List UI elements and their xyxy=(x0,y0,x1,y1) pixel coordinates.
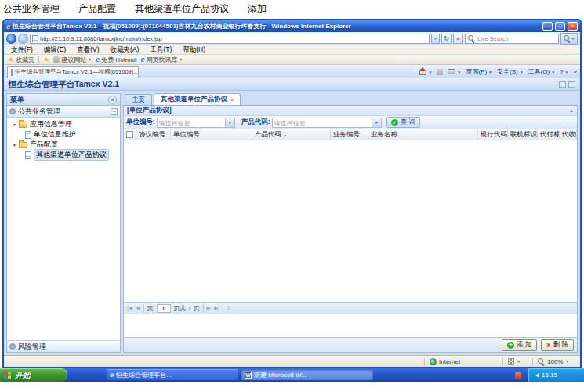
menu-file[interactable]: 文件(F) xyxy=(5,45,38,55)
column-business-name[interactable]: 业务名称 xyxy=(368,129,478,140)
sidebar: 菜单 « 公共业务管理 − ▼ 应用信息管理 单位信息维 xyxy=(6,93,121,353)
refresh-button[interactable]: ↻ xyxy=(441,34,452,44)
add-button[interactable]: + 添 加 xyxy=(502,339,537,351)
combo-dropdown-icon[interactable]: ▼ xyxy=(372,118,381,127)
menu-tools[interactable]: 工具(T) xyxy=(144,45,177,55)
stop-button[interactable]: × xyxy=(453,34,463,44)
check-icon: ✓ xyxy=(391,119,398,126)
menu-bar: 文件(F) 编辑(E) 查看(V) 收藏夹(A) 工具(T) 帮助(H) xyxy=(4,45,580,55)
zoom-control[interactable]: 100% ▼ xyxy=(532,358,578,366)
bottom-button-bar: + 添 加 × 删 除 xyxy=(124,337,577,352)
address-url[interactable]: http://21.10.9.11:8080/tamcxjlnc/main/in… xyxy=(40,35,427,42)
divider xyxy=(143,304,144,312)
print-button[interactable]: ▼ xyxy=(448,69,461,74)
maximize-button[interactable]: □ xyxy=(555,22,565,31)
search-go-button[interactable]: ▼ xyxy=(560,33,578,45)
tab-home[interactable]: 主页 xyxy=(125,94,152,105)
search-input[interactable]: Live Search xyxy=(465,34,559,44)
grid-icon[interactable] xyxy=(568,81,575,88)
content-tab-strip: 主页 其他渠道单位产品协议 × xyxy=(123,93,578,106)
taskbar-task-word[interactable]: W 新建 Microsoft W... xyxy=(241,369,373,380)
menu-edit[interactable]: 编辑(E) xyxy=(38,45,71,55)
favorites-button[interactable]: ★ 收藏夹 xyxy=(8,56,34,64)
menu-favorites[interactable]: 收藏夹(A) xyxy=(105,45,145,55)
close-button[interactable]: × xyxy=(568,22,578,31)
tree-leaf-other-channel-protocol[interactable]: 其他渠道单位产品协议 xyxy=(7,150,120,160)
delete-button[interactable]: × 删 除 xyxy=(541,339,574,351)
overflow-chevron-icon[interactable]: » xyxy=(574,68,577,75)
window-title: 恒生综合管理平台Tamcx V2.1—祝福[051009]:(071044501… xyxy=(13,22,540,31)
grid-header-row: 协议编号 单位编号 产品代码▲ 业务编号 业务名称 银行代码 联机标识 代付标志… xyxy=(124,129,577,140)
add-favorite-star-icon[interactable]: ★ xyxy=(43,56,49,64)
next-page-button[interactable]: ▶ xyxy=(207,305,211,311)
column-unit-no[interactable]: 单位编号 xyxy=(171,129,252,140)
filter-toolbar: 单位编号: 请选择信息 ▼ 产品代码: 请选择信息 ▼ ✓ xyxy=(124,116,577,129)
first-page-button[interactable]: |◀ xyxy=(127,305,132,311)
ie-icon: e xyxy=(140,56,144,64)
page-number-input[interactable] xyxy=(157,304,171,313)
tray-alert-icon[interactable] xyxy=(515,372,521,379)
tree-leaf-unit-info[interactable]: 单位信息维护 xyxy=(7,129,120,140)
panel-title: [单位产品协议] xyxy=(127,106,172,115)
menu-view[interactable]: 查看(V) xyxy=(71,45,104,55)
column-business-no[interactable]: 业务编号 xyxy=(331,129,368,140)
free-hotmail-link[interactable]: e 免费 Hotmail xyxy=(96,56,136,64)
windows-flag-icon xyxy=(4,371,12,379)
title-bar[interactable]: e 恒生综合管理平台Tamcx V2.1—祝福[051009]:(0710445… xyxy=(4,20,580,32)
collapse-group-icon[interactable]: − xyxy=(111,108,118,115)
prev-page-button[interactable]: ◀ xyxy=(136,305,140,311)
product-code-combo[interactable]: 请选择信息 ▼ xyxy=(272,118,382,128)
star-icon: ★ xyxy=(8,56,14,64)
refresh-grid-button[interactable]: ↻ xyxy=(227,305,231,311)
panel-collapse-icon[interactable]: ▲ xyxy=(569,108,574,113)
query-button[interactable]: ✓ 查 询 xyxy=(386,117,420,128)
protected-mode-segment[interactable]: ▼ xyxy=(502,358,532,366)
home-button[interactable]: ▼ xyxy=(419,68,432,75)
taskbar-task-ie[interactable]: e 恒生综合管理平台... xyxy=(107,369,238,380)
accordion-group-public-business[interactable]: 公共业务管理 − xyxy=(7,106,120,118)
tab-other-channel-protocol[interactable]: 其他渠道单位产品协议 × xyxy=(154,93,241,105)
minimize-button[interactable]: — xyxy=(542,22,553,31)
column-pay-flag[interactable]: 代付标志 xyxy=(538,129,560,140)
help-menu-button[interactable]: ? ▼ xyxy=(560,68,568,75)
browser-tab[interactable]: 恒生综合管理平台Tamcx V2.1—祝福[051009]... xyxy=(7,66,139,78)
tree-node-app-info[interactable]: ▼ 应用信息管理 xyxy=(7,119,120,129)
combo-dropdown-icon[interactable]: ▼ xyxy=(225,118,234,127)
page-menu-button[interactable]: 页面(P) ▼ xyxy=(466,67,492,76)
last-page-button[interactable]: ▶| xyxy=(214,305,219,311)
delete-x-icon: × xyxy=(546,342,550,349)
back-button[interactable]: ← xyxy=(6,34,16,44)
accordion-group-risk[interactable]: 风险管理 xyxy=(7,340,120,352)
column-online-flag[interactable]: 联机标识 xyxy=(508,129,538,140)
content-panel: [单位产品协议] ▲ 单位编号: 请选择信息 ▼ 产品代码: 请选择信息 xyxy=(123,106,578,353)
address-bar[interactable]: http://21.10.9.11:8080/tamcxjlnc/main/in… xyxy=(30,34,430,44)
tab-close-icon[interactable]: × xyxy=(230,97,234,103)
tools-menu-button[interactable]: 工具(O) ▼ xyxy=(528,67,556,76)
sidebar-collapse-button[interactable]: « xyxy=(108,96,117,104)
safety-menu-button[interactable]: 安全(S) ▼ xyxy=(497,67,524,76)
app-root: 恒生综合管理平台Tamcx V2.1 菜单 « 公共业务管理 − ▼ xyxy=(4,78,580,367)
select-all-cell[interactable] xyxy=(124,129,136,140)
tab-page-icon xyxy=(11,69,13,76)
layout-icon[interactable] xyxy=(559,81,566,88)
app-body: 菜单 « 公共业务管理 − ▼ 应用信息管理 单位信息维 xyxy=(4,91,580,355)
page-total-label: 页共 1 页 xyxy=(174,304,200,313)
expand-arrow-icon[interactable]: ▼ xyxy=(13,122,16,127)
select-all-checkbox[interactable] xyxy=(126,131,133,138)
column-protocol-no[interactable]: 协议编号 xyxy=(136,129,171,140)
mode-icon xyxy=(508,358,514,365)
column-collect-account[interactable]: 代收账户 xyxy=(560,129,577,140)
forward-button[interactable]: → xyxy=(18,34,28,44)
start-button[interactable]: 开始 xyxy=(0,368,67,382)
feeds-icon[interactable] xyxy=(437,69,443,75)
expand-arrow-icon[interactable]: ▼ xyxy=(13,143,16,147)
menu-help[interactable]: 帮助(H) xyxy=(177,45,211,55)
address-dropdown-icon[interactable]: ▼ xyxy=(431,34,440,44)
unit-number-combo[interactable]: 请选择信息 ▼ xyxy=(157,118,235,128)
folder-icon xyxy=(19,142,27,148)
column-bank-code[interactable]: 银行代码 xyxy=(478,129,508,140)
suggested-sites-link[interactable]: 建议网站 ▼ xyxy=(53,56,92,64)
volume-icon[interactable] xyxy=(533,373,539,378)
web-slice-gallery-link[interactable]: e 网页快讯库 ▼ xyxy=(140,56,183,64)
column-product-code[interactable]: 产品代码▲ xyxy=(252,129,331,140)
